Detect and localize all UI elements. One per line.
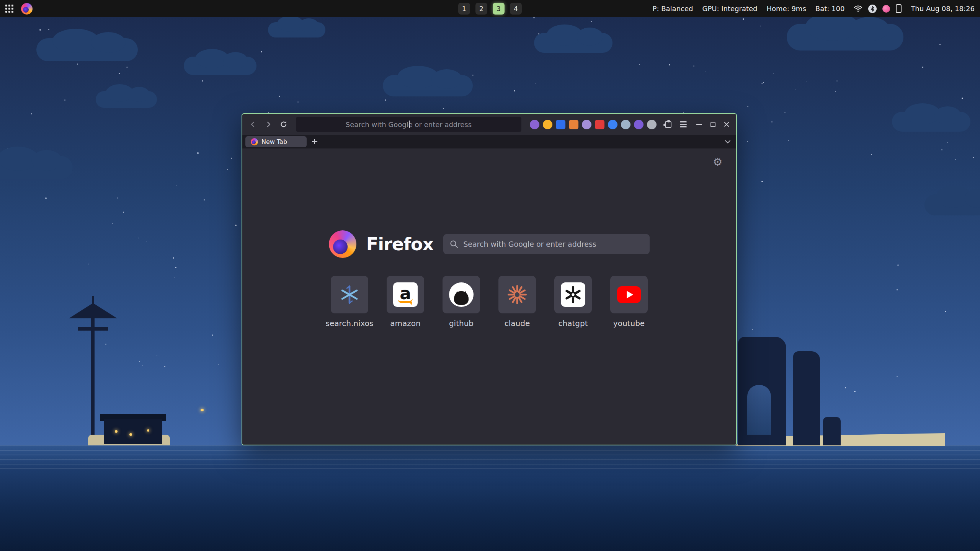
github-icon[interactable] — [443, 276, 480, 313]
status-gpu: GPU: Integrated — [702, 5, 757, 13]
window-controls — [693, 119, 732, 130]
shortcut-youtube[interactable]: youtube — [610, 276, 648, 328]
newtab-search-input[interactable] — [443, 234, 650, 254]
ext-blue-globe-extension-icon[interactable] — [608, 120, 617, 129]
watchtower-spike — [92, 296, 94, 305]
claude-icon[interactable] — [498, 276, 536, 313]
browser-toolbar — [242, 114, 736, 135]
shortcut-label: amazon — [390, 319, 420, 328]
status-battery: Bat: 100 — [815, 5, 845, 13]
path-light — [201, 409, 204, 411]
hut-window-light — [129, 433, 132, 436]
device-battery-icon[interactable] — [896, 4, 902, 13]
shortcut-tiles: search.nixosaamazongithubclaudechatgptyo… — [242, 276, 736, 328]
sea — [0, 445, 980, 551]
personalize-gear-icon[interactable]: ⚙ — [713, 157, 722, 168]
newtab-search — [443, 234, 650, 254]
back-button[interactable] — [246, 117, 260, 131]
text-caret — [409, 121, 410, 128]
wifi-icon[interactable] — [854, 5, 862, 12]
maximize-button[interactable] — [707, 119, 719, 130]
rock-stack — [793, 351, 820, 445]
watchtower-platform — [78, 327, 108, 331]
tray-icons — [854, 4, 902, 13]
hut-window-light — [115, 430, 118, 433]
minimize-button[interactable] — [693, 119, 705, 130]
extensions-puzzle-icon[interactable] — [661, 117, 675, 131]
shortcut-claude[interactable]: claude — [498, 276, 536, 328]
nixos-icon[interactable] — [331, 276, 368, 313]
workspace-4[interactable]: 4 — [510, 3, 522, 15]
workspace-3[interactable]: 3 — [493, 3, 505, 15]
ext-amber-crescent-extension-icon[interactable] — [543, 120, 552, 129]
bluetooth-icon[interactable] — [868, 5, 877, 13]
workspace-2[interactable]: 2 — [475, 3, 487, 15]
firefox-window: New Tab ⚙ Firefox search.nixosaamazongit… — [242, 113, 737, 445]
shortcut-label: github — [449, 319, 474, 328]
tab-title: New Tab — [261, 138, 287, 145]
firefox-logo — [329, 230, 356, 258]
youtube-icon[interactable] — [610, 276, 648, 313]
status-modules: P: BalancedGPU: IntegratedHome: 9msBat: … — [653, 4, 975, 13]
search-icon — [449, 240, 459, 249]
workspace-switcher: 1234 — [458, 0, 522, 17]
media-indicator-icon[interactable] — [882, 5, 890, 13]
reload-button[interactable] — [277, 117, 291, 131]
shortcut-label: claude — [505, 319, 530, 328]
shortcut-label: youtube — [613, 319, 645, 328]
forward-button[interactable] — [261, 117, 275, 131]
shortcut-amazon[interactable]: aamazon — [386, 276, 425, 328]
tab-new-tab[interactable]: New Tab — [245, 136, 307, 147]
hut — [104, 419, 162, 444]
status-bar: 1234 P: BalancedGPU: IntegratedHome: 9ms… — [0, 0, 980, 17]
firefox-favicon — [251, 138, 258, 145]
status-home-latency: Home: 9ms — [766, 5, 806, 13]
menu-hamburger-icon[interactable] — [676, 117, 690, 131]
extension-icons-row — [527, 120, 660, 129]
shortcut-search.nixos[interactable]: search.nixos — [330, 276, 369, 328]
firefox-wordmark: Firefox — [366, 234, 433, 254]
ublock-origin-extension-icon[interactable] — [595, 120, 604, 129]
ext-gray-link-extension-icon[interactable] — [647, 120, 657, 129]
list-all-tabs-chevron-icon[interactable] — [722, 136, 733, 147]
shortcut-label: chatgpt — [558, 319, 588, 328]
ext-violet-ring-extension-icon[interactable] — [634, 120, 644, 129]
newtab-hero: Firefox — [242, 230, 736, 258]
shortcut-label: search.nixos — [326, 319, 374, 328]
small-rock — [823, 417, 841, 445]
tab-strip: New Tab — [242, 135, 736, 148]
ext-slate-extension-icon[interactable] — [621, 120, 630, 129]
urlbar-container — [296, 117, 521, 132]
clock: Thu Aug 08, 18:26 — [911, 5, 975, 13]
newtab-page: ⚙ Firefox search.nixosaamazongithubclaud… — [242, 148, 736, 445]
rock-arch-opening — [747, 385, 771, 435]
chatgpt-icon[interactable] — [554, 276, 592, 313]
close-button[interactable] — [721, 119, 732, 130]
status-text-modules: P: BalancedGPU: IntegratedHome: 9msBat: … — [653, 5, 845, 13]
ext-lavender-extension-icon[interactable] — [582, 120, 591, 129]
shortcut-chatgpt[interactable]: chatgpt — [554, 276, 592, 328]
amazon-icon[interactable]: a — [387, 276, 424, 313]
bitwarden-extension-icon[interactable] — [556, 120, 565, 129]
hut-window-light — [147, 429, 149, 432]
new-tab-button[interactable] — [310, 137, 320, 147]
ext-purple-extension-icon[interactable] — [530, 120, 539, 129]
workspace-1[interactable]: 1 — [458, 3, 470, 15]
app-launcher-icon[interactable] — [5, 5, 13, 13]
ext-orange-box-extension-icon[interactable] — [569, 120, 578, 129]
firefox-launcher-icon[interactable] — [21, 3, 33, 15]
status-power-profile: P: Balanced — [653, 5, 693, 13]
shortcut-github[interactable]: github — [442, 276, 480, 328]
